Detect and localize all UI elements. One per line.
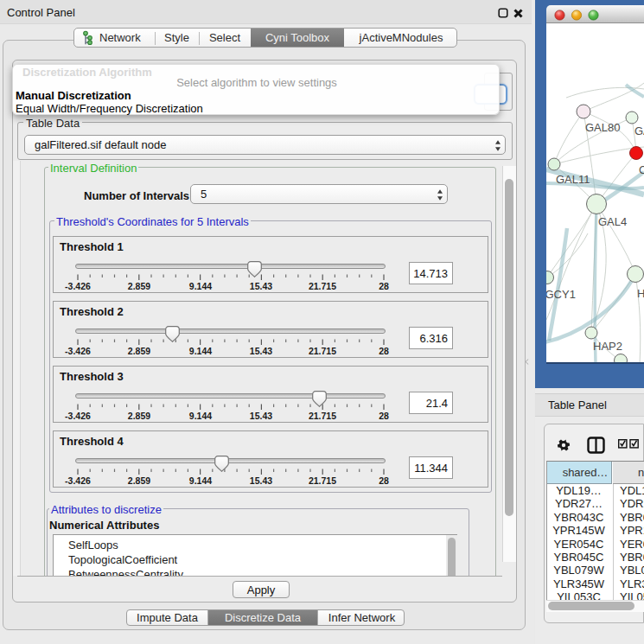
svg-text:GCY1: GCY1 [546, 288, 576, 301]
svg-text:H: H [637, 287, 644, 300]
svg-text:GAL4: GAL4 [598, 215, 627, 228]
svg-text:GAL80: GAL80 [585, 121, 620, 134]
svg-text:GAL11: GAL11 [556, 173, 590, 186]
svg-text:C: C [639, 163, 644, 176]
svg-text:HAP2: HAP2 [593, 340, 622, 353]
svg-text:GA: GA [634, 124, 644, 137]
